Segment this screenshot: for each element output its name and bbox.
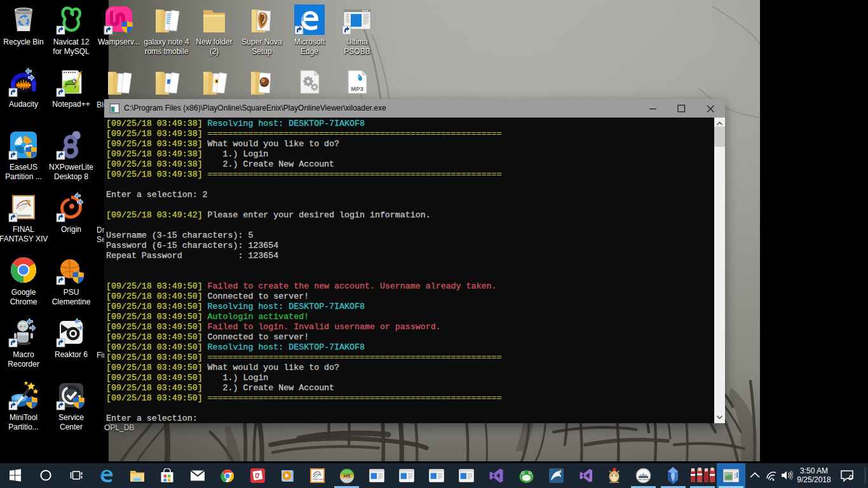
svg-text:PLAYONLINE: PLAYONLINE <box>313 478 325 481</box>
svg-text:MP3: MP3 <box>351 85 363 92</box>
svg-text:THE WHITE: THE WHITE <box>638 478 649 481</box>
